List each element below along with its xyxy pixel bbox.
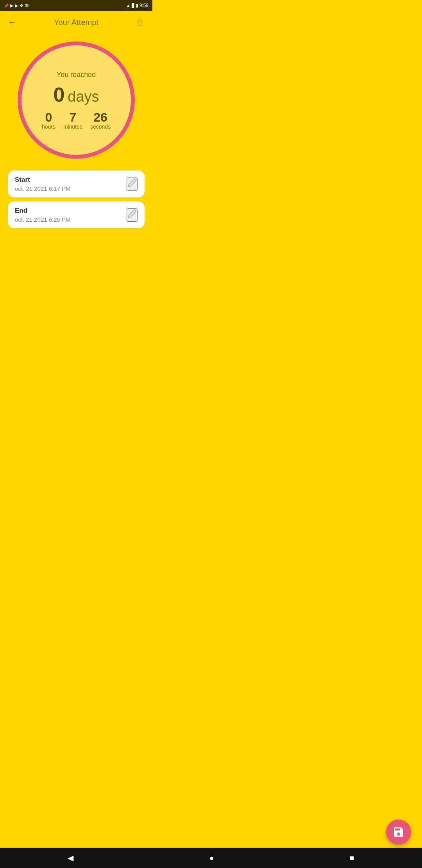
end-value: oct. 21 2021 6:25 PM bbox=[15, 216, 71, 223]
hours-unit: 0 hours bbox=[42, 111, 55, 130]
end-edit-button[interactable] bbox=[127, 208, 138, 222]
end-card-content: End oct. 21 2021 6:25 PM bbox=[15, 207, 71, 223]
msg-icon: ✉ bbox=[25, 3, 29, 8]
time-row: 0 hours 7 minutes 26 seconds bbox=[42, 111, 111, 130]
hours-number: 0 bbox=[45, 111, 52, 124]
reached-label: You reached bbox=[57, 71, 96, 79]
back-button[interactable]: ← bbox=[6, 16, 18, 29]
start-title: Start bbox=[15, 176, 71, 184]
seconds-label: seconds bbox=[90, 124, 111, 130]
notification-icons: 📌 ▶ ▶ ❖ ✉ bbox=[4, 3, 29, 8]
app-bar: ← Your Attempt 🗑 bbox=[0, 11, 152, 34]
days-row: 0 days bbox=[53, 83, 99, 106]
achievement-circle-container: You reached 0 days 0 hours 7 minutes 26 … bbox=[0, 34, 152, 170]
time-display: 9:59 bbox=[139, 3, 148, 8]
wifi-icon: ▲ bbox=[126, 3, 131, 8]
pin-icon: 📌 bbox=[4, 4, 9, 8]
start-card: Start oct. 21 2021 6:17 PM bbox=[8, 170, 145, 197]
minutes-label: minutes bbox=[63, 124, 82, 130]
hours-label: hours bbox=[42, 124, 55, 130]
achievement-circle: You reached 0 days 0 hours 7 minutes 26 … bbox=[18, 41, 135, 159]
minutes-number: 7 bbox=[70, 111, 77, 124]
minutes-unit: 7 minutes bbox=[63, 111, 82, 130]
start-edit-button[interactable] bbox=[127, 178, 138, 191]
shazam-icon: ❖ bbox=[20, 3, 23, 8]
signal-icon: ▊ bbox=[132, 3, 135, 8]
start-card-content: Start oct. 21 2021 6:17 PM bbox=[15, 176, 71, 192]
page-title: Your Attempt bbox=[54, 18, 98, 27]
seconds-number: 26 bbox=[93, 111, 107, 124]
system-icons: ▲ ▊ ▮ 9:59 bbox=[126, 3, 148, 8]
seconds-unit: 26 seconds bbox=[90, 111, 111, 130]
status-bar: 📌 ▶ ▶ ❖ ✉ ▲ ▊ ▮ 9:59 bbox=[0, 0, 152, 11]
battery-icon: ▮ bbox=[136, 3, 138, 8]
end-card: End oct. 21 2021 6:25 PM bbox=[8, 201, 145, 228]
start-value: oct. 21 2021 6:17 PM bbox=[15, 185, 71, 192]
days-label: days bbox=[68, 88, 99, 105]
cards-area: Start oct. 21 2021 6:17 PM End oct. 21 2… bbox=[0, 170, 152, 228]
end-title: End bbox=[15, 207, 71, 215]
delete-button[interactable]: 🗑 bbox=[134, 16, 146, 29]
yt-icon: ▶ bbox=[10, 3, 13, 8]
days-number: 0 bbox=[53, 83, 64, 106]
yt2-icon: ▶ bbox=[15, 3, 18, 8]
